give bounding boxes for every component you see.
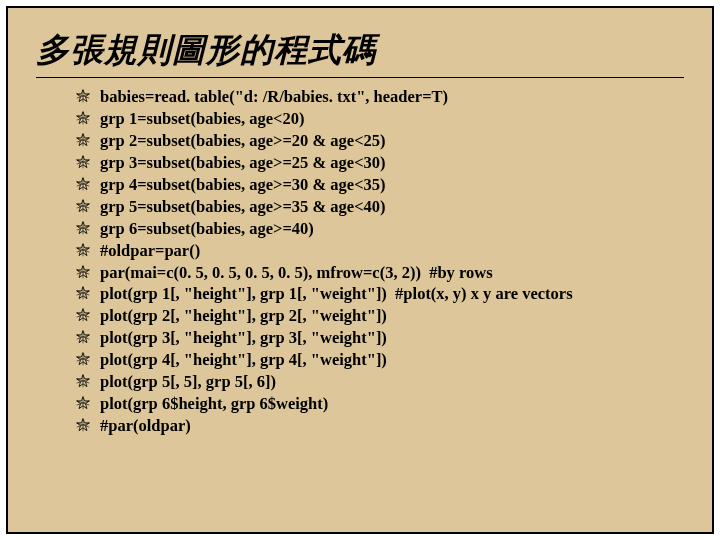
bullet-item: grp 6=subset(babies, age>=40) [76, 218, 684, 240]
star-bullet-icon [76, 330, 90, 344]
star-bullet-icon [76, 155, 90, 169]
star-bullet-icon [76, 352, 90, 366]
bullet-item: grp 2=subset(babies, age>=20 & age<25) [76, 130, 684, 152]
bullet-text: grp 2=subset(babies, age>=20 & age<25) [100, 130, 684, 152]
bullet-item: par(mai=c(0. 5, 0. 5, 0. 5, 0. 5), mfrow… [76, 262, 684, 284]
bullet-list: babies=read. table("d: /R/babies. txt", … [36, 86, 684, 437]
bullet-text: plot(grp 3[, "height"], grp 3[, "weight"… [100, 327, 684, 349]
bullet-text: babies=read. table("d: /R/babies. txt", … [100, 86, 684, 108]
title-underline [36, 77, 684, 78]
slide-title: 多張規則圖形的程式碼 [36, 28, 684, 73]
star-bullet-icon [76, 265, 90, 279]
star-bullet-icon [76, 396, 90, 410]
star-bullet-icon [76, 221, 90, 235]
bullet-item: plot(grp 1[, "height"], grp 1[, "weight"… [76, 283, 684, 305]
bullet-text: grp 4=subset(babies, age>=30 & age<35) [100, 174, 684, 196]
bullet-text: plot(grp 2[, "height"], grp 2[, "weight"… [100, 305, 684, 327]
bullet-item: #par(oldpar) [76, 415, 684, 437]
star-bullet-icon [76, 89, 90, 103]
slide: 多張規則圖形的程式碼 babies=read. table("d: /R/bab… [6, 6, 714, 534]
bullet-item: plot(grp 5[, 5], grp 5[, 6]) [76, 371, 684, 393]
bullet-item: #oldpar=par() [76, 240, 684, 262]
bullet-text: plot(grp 6$height, grp 6$weight) [100, 393, 684, 415]
bullet-text: grp 5=subset(babies, age>=35 & age<40) [100, 196, 684, 218]
star-bullet-icon [76, 243, 90, 257]
star-bullet-icon [76, 286, 90, 300]
bullet-item: grp 4=subset(babies, age>=30 & age<35) [76, 174, 684, 196]
bullet-text: #oldpar=par() [100, 240, 684, 262]
bullet-item: grp 5=subset(babies, age>=35 & age<40) [76, 196, 684, 218]
bullet-item: plot(grp 6$height, grp 6$weight) [76, 393, 684, 415]
bullet-item: babies=read. table("d: /R/babies. txt", … [76, 86, 684, 108]
bullet-text: grp 1=subset(babies, age<20) [100, 108, 684, 130]
bullet-item: plot(grp 3[, "height"], grp 3[, "weight"… [76, 327, 684, 349]
star-bullet-icon [76, 133, 90, 147]
bullet-text: grp 6=subset(babies, age>=40) [100, 218, 684, 240]
star-bullet-icon [76, 111, 90, 125]
bullet-item: grp 1=subset(babies, age<20) [76, 108, 684, 130]
bullet-text: #par(oldpar) [100, 415, 684, 437]
bullet-text: plot(grp 1[, "height"], grp 1[, "weight"… [100, 283, 684, 305]
star-bullet-icon [76, 418, 90, 432]
bullet-text: grp 3=subset(babies, age>=25 & age<30) [100, 152, 684, 174]
star-bullet-icon [76, 374, 90, 388]
bullet-text: plot(grp 5[, 5], grp 5[, 6]) [100, 371, 684, 393]
bullet-item: plot(grp 2[, "height"], grp 2[, "weight"… [76, 305, 684, 327]
star-bullet-icon [76, 199, 90, 213]
bullet-item: grp 3=subset(babies, age>=25 & age<30) [76, 152, 684, 174]
bullet-text: plot(grp 4[, "height"], grp 4[, "weight"… [100, 349, 684, 371]
bullet-text: par(mai=c(0. 5, 0. 5, 0. 5, 0. 5), mfrow… [100, 262, 684, 284]
star-bullet-icon [76, 177, 90, 191]
star-bullet-icon [76, 308, 90, 322]
slide-container: 多張規則圖形的程式碼 babies=read. table("d: /R/bab… [0, 0, 720, 540]
bullet-item: plot(grp 4[, "height"], grp 4[, "weight"… [76, 349, 684, 371]
